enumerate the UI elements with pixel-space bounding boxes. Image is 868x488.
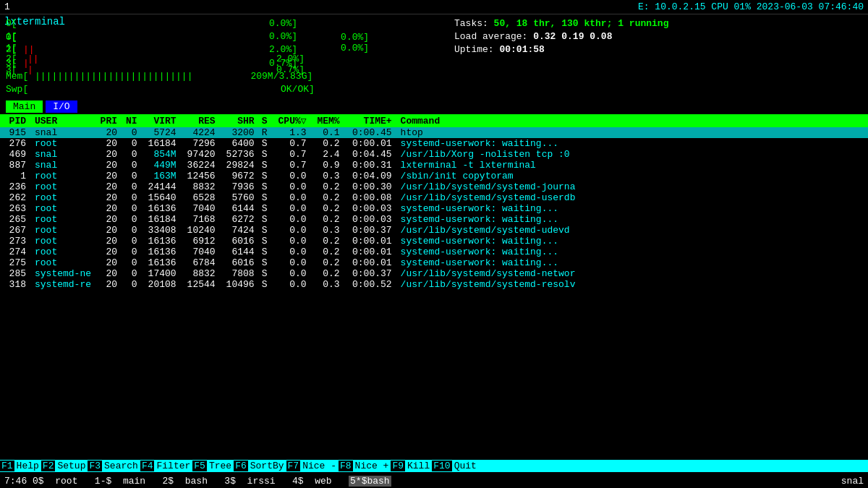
cell-cmd: /usr/lib/systemd/systemd-journa	[396, 181, 868, 192]
cell-pri: 20	[95, 171, 122, 181]
cell-user: snal	[30, 127, 95, 138]
cell-shr: 6144	[220, 247, 259, 257]
mem-value: 209M/3.83G]	[250, 70, 312, 83]
header-res: RES	[181, 114, 220, 127]
table-row[interactable]: 887 snal 20 0 449M 36224 29824 S 0.7 0.9…	[0, 160, 868, 171]
f9-label: Kill	[405, 461, 432, 471]
table-row[interactable]: 318 systemd-re 20 0 20108 12544 10496 S …	[0, 279, 868, 290]
table-row[interactable]: 273 root 20 0 16136 6912 6016 S 0.0 0.2 …	[0, 236, 868, 247]
cpu-row-1: 1[ 0.0%]	[6, 30, 440, 43]
cell-pri: 20	[95, 225, 122, 236]
cell-user: root	[30, 236, 95, 247]
cell-user: root	[30, 214, 95, 225]
table-row[interactable]: 915 snal 20 0 5724 4224 3200 R 1.3 0.1 0…	[0, 127, 868, 138]
footer-f3[interactable]: F3 Search	[88, 461, 140, 471]
table-row[interactable]: 262 root 20 0 15640 6528 5760 S 0.0 0.2 …	[0, 192, 868, 203]
cell-mem: 0.2	[311, 192, 344, 203]
cell-cmd: systemd-userwork: waiting...	[396, 247, 868, 257]
footer-f7[interactable]: F7 Nice -	[286, 461, 339, 471]
cell-mem: 0.2	[311, 203, 344, 214]
cell-virt: 24144	[142, 181, 181, 192]
footer-f2[interactable]: F2 Setup	[41, 461, 88, 471]
cell-virt: 16136	[142, 236, 181, 247]
footer-f10[interactable]: F10 Quit	[432, 461, 479, 471]
cell-ni: 0	[122, 160, 142, 171]
cell-cpu: 0.0	[271, 247, 311, 257]
cell-s: S	[259, 247, 271, 257]
cell-cmd: systemd-userwork: waiting...	[396, 257, 868, 268]
f7-key: F7	[286, 461, 301, 471]
cell-shr: 6016	[220, 257, 259, 268]
cell-res: 8832	[181, 268, 220, 279]
cell-cmd: systemd-userwork: waiting...	[396, 203, 868, 214]
tab-main[interactable]: Main	[6, 100, 43, 113]
shell-tab-active[interactable]: 5*$bash	[349, 476, 391, 487]
process-table-container: PID USER PRI NI VIRT RES SHR S CPU%▽ MEM…	[0, 114, 868, 290]
header-pri: PRI	[95, 114, 122, 127]
tabs-row[interactable]: Main I/O	[6, 100, 862, 113]
table-row[interactable]: 469 snal 20 0 854M 97420 52736 S 0.7 2.4…	[0, 149, 868, 160]
shell-tab-web[interactable]: web	[315, 476, 343, 487]
f8-key: F8	[339, 461, 353, 471]
header-shr: SHR	[220, 114, 259, 127]
shell-tab-bash[interactable]: bash	[185, 476, 219, 487]
cell-shr: 6272	[220, 214, 259, 225]
mem-row: Mem[ |||||||||||||||||||||||||||| 209M/3…	[6, 70, 440, 83]
footer-f9[interactable]: F9 Kill	[391, 461, 432, 471]
footer-f1[interactable]: F1 Help	[0, 461, 41, 471]
cpu-section: 0[ 0.0%] 1[ 0.0%] 2[ || 2.0%] 3[ | 0.7%]…	[6, 17, 440, 96]
cell-pid: 276	[0, 138, 30, 149]
table-row[interactable]: 285 systemd-ne 20 0 17400 8832 7808 S 0.…	[0, 268, 868, 279]
cell-cmd: systemd-userwork: waiting...	[396, 236, 868, 247]
shell-tab-main[interactable]: main	[123, 476, 157, 487]
table-row[interactable]: 236 root 20 0 24144 8832 7936 S 0.0 0.2 …	[0, 181, 868, 192]
footer-f5[interactable]: F5 Tree	[192, 461, 234, 471]
f10-label: Quit	[452, 461, 479, 471]
stats-uptime-label: Uptime:	[454, 44, 499, 55]
cell-time: 0:00.31	[344, 160, 396, 171]
footer-f6[interactable]: F6 SortBy	[234, 461, 286, 471]
cell-shr: 7936	[220, 181, 259, 192]
cell-pri: 20	[95, 138, 122, 149]
cell-shr: 7808	[220, 268, 259, 279]
cell-virt: 33408	[142, 225, 181, 236]
top-stats-layout: 0[ 0.0%] 1[ 0.0%] 2[ || 2.0%] 3[ | 0.7%]…	[0, 14, 868, 96]
table-row[interactable]: 274 root 20 0 16136 7040 6144 S 0.0 0.2 …	[0, 247, 868, 257]
cell-res: 12456	[181, 171, 220, 181]
cell-s: S	[259, 214, 271, 225]
cell-s: S	[259, 181, 271, 192]
cell-cmd: /sbin/init copytoram	[396, 171, 868, 181]
table-row[interactable]: 263 root 20 0 16136 7040 6144 S 0.0 0.2 …	[0, 203, 868, 214]
cell-user: systemd-re	[30, 279, 95, 290]
table-row[interactable]: 1 root 20 0 163M 12456 9672 S 0.0 0.3 0:…	[0, 171, 868, 181]
cell-cmd: /usr/lib/Xorg -nolisten tcp :0	[396, 149, 868, 160]
cell-ni: 0	[122, 236, 142, 247]
cpu-row-0: 0[ 0.0%]	[6, 17, 440, 30]
stats-load-label: Load average:	[454, 31, 533, 42]
footer-f4[interactable]: F4 Filter	[140, 461, 192, 471]
cell-time: 0:00.08	[344, 192, 396, 203]
table-row[interactable]: 275 root 20 0 16136 6784 6016 S 0.0 0.2 …	[0, 257, 868, 268]
f2-key: F2	[41, 461, 56, 471]
cell-cpu: 0.0	[271, 203, 311, 214]
header-mem: MEM%	[311, 114, 344, 127]
cell-res: 4224	[181, 127, 220, 138]
footer-f8[interactable]: F8 Nice +	[339, 461, 391, 471]
swp-row: Swp[ OK/OK]	[6, 83, 440, 96]
table-row[interactable]: 267 root 20 0 33408 10240 7424 S 0.0 0.3…	[0, 225, 868, 236]
cell-time: 0:00.03	[344, 203, 396, 214]
cell-mem: 0.2	[311, 236, 344, 247]
cell-ni: 0	[122, 138, 142, 149]
table-row[interactable]: 276 root 20 0 16184 7296 6400 S 0.7 0.2 …	[0, 138, 868, 149]
cell-mem: 2.4	[311, 149, 344, 160]
stats-tasks-val: 50, 18 thr, 130 kthr;	[494, 18, 618, 29]
shell-tab-irssi[interactable]: irssi	[247, 476, 287, 487]
cell-time: 0:00.37	[344, 225, 396, 236]
cell-res: 36224	[181, 160, 220, 171]
table-row[interactable]: 265 root 20 0 16184 7168 6272 S 0.0 0.2 …	[0, 214, 868, 225]
footer-bar: F1 Help F2 Setup F3 Search F4 Filter F5 …	[0, 460, 868, 472]
shell-tab-root[interactable]: root	[55, 476, 89, 487]
stats-running: 1 running	[618, 18, 668, 29]
tab-io[interactable]: I/O	[46, 100, 77, 113]
cell-time: 0:04.09	[344, 171, 396, 181]
